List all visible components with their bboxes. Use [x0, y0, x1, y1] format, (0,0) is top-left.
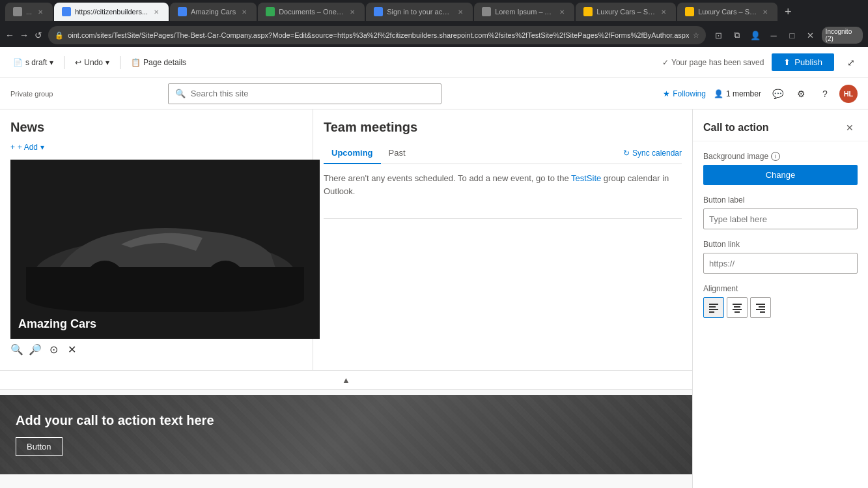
tab-upcoming[interactable]: Upcoming: [324, 143, 381, 164]
members-icon: 👤: [714, 89, 723, 98]
news-column: News + + Add ▾: [0, 109, 313, 370]
sp-header-icons: 💬 ⚙ ? HL: [769, 85, 858, 103]
forward-button[interactable]: →: [20, 27, 29, 43]
panel-close-button[interactable]: ✕: [842, 120, 858, 136]
tab-4-close[interactable]: ✕: [348, 7, 357, 16]
undo-button[interactable]: ↩ Undo ▾: [70, 55, 115, 70]
account-icon[interactable]: 👤: [748, 27, 763, 43]
following-button[interactable]: ★ Following: [663, 89, 706, 98]
tab-2-close[interactable]: ✕: [152, 7, 161, 16]
toolbar-divider-2: [120, 56, 120, 69]
tab-6-close[interactable]: ✕: [557, 7, 567, 16]
button-label-input[interactable]: [703, 208, 858, 229]
svg-point-4: [206, 261, 245, 300]
tab-5[interactable]: Sign in to your accou... ✕: [366, 3, 473, 21]
tab-4-favicon: [266, 7, 275, 16]
svg-rect-12: [734, 306, 740, 308]
tab-8-label: Luxury Cars – Sedans...: [698, 8, 757, 16]
extensions-icon[interactable]: ⧉: [730, 27, 744, 43]
testsite-link[interactable]: TestSite: [571, 173, 601, 183]
star-icon: ☆: [693, 31, 699, 40]
fullscreen-button[interactable]: ⤢: [842, 53, 860, 72]
tab-8-close[interactable]: ✕: [761, 7, 770, 16]
maximize-icon[interactable]: □: [785, 27, 799, 43]
tab-3-close[interactable]: ✕: [240, 7, 249, 16]
tab-6[interactable]: Lorem Ipsum – All the... ✕: [474, 3, 574, 21]
svg-rect-10: [709, 311, 714, 313]
undo-chevron: ▾: [105, 58, 109, 67]
reload-button[interactable]: ↺: [34, 27, 43, 43]
button-link-section: Button link: [703, 240, 858, 274]
profile-icon[interactable]: HL: [839, 85, 858, 103]
tab-5-label: Sign in to your accou...: [387, 8, 452, 16]
zoom-in-button[interactable]: 🔎: [29, 343, 42, 356]
sync-icon: ↻: [623, 149, 630, 158]
cta-button[interactable]: Button: [16, 437, 63, 456]
close-window-icon[interactable]: ✕: [803, 27, 817, 43]
tab-1[interactable]: ... ✕: [5, 3, 53, 21]
zoom-out-button[interactable]: 🔍: [10, 343, 23, 356]
minimize-icon[interactable]: ─: [766, 27, 781, 43]
tab-1-close[interactable]: ✕: [36, 7, 45, 16]
tab-3[interactable]: Amazing Cars ✕: [170, 3, 257, 21]
cta-bg-pattern: [0, 395, 692, 474]
publish-button[interactable]: ⬆ Publish: [772, 53, 834, 71]
cast-icon[interactable]: ⊡: [711, 27, 725, 43]
tab-2[interactable]: https://citizenbuilders... ✕: [54, 3, 169, 21]
alignment-section: Alignment: [703, 284, 858, 318]
zoom-fit-button[interactable]: ⊙: [47, 343, 60, 356]
svg-rect-11: [733, 304, 742, 305]
settings-icon[interactable]: ⚙: [792, 85, 811, 103]
car-svg: [10, 160, 320, 339]
add-news-button[interactable]: + + Add ▾: [10, 143, 302, 152]
tab-3-favicon: [178, 7, 187, 16]
svg-point-2: [85, 261, 124, 300]
tab-7-close[interactable]: ✕: [659, 7, 668, 16]
tab-past[interactable]: Past: [381, 143, 413, 164]
tab-4-label: Documents – OneDri...: [279, 8, 344, 16]
tab-7[interactable]: Luxury Cars – Sedans... ✕: [576, 3, 676, 21]
align-center-icon: [732, 302, 742, 313]
tab-4[interactable]: Documents – OneDri... ✕: [258, 3, 365, 21]
new-tab-button[interactable]: +: [779, 3, 797, 21]
info-icon[interactable]: i: [771, 152, 780, 161]
tab-8[interactable]: Luxury Cars – Sedans... ✕: [677, 3, 777, 21]
button-link-label-text: Button link: [703, 240, 740, 249]
browser-icons: ⊡ ⧉ 👤 ─ □ ✕ Incognito (2): [711, 27, 863, 44]
chat-icon[interactable]: 💬: [769, 85, 787, 103]
sp-toolbar-right: ✓ Your page has been saved ⬆ Publish ⤢: [662, 53, 860, 72]
change-bg-button[interactable]: Change: [703, 165, 858, 185]
align-right-button[interactable]: [750, 297, 771, 318]
tab-bar: ... ✕ https://citizenbuilders... ✕ Amazi…: [0, 0, 868, 23]
meetings-title: Team meetings: [324, 120, 682, 135]
saved-message: ✓ Your page has been saved: [662, 58, 764, 67]
meetings-divider: [324, 218, 682, 219]
bg-image-section: Background image i Change: [703, 152, 858, 185]
scroll-up-button[interactable]: ▲: [340, 373, 353, 386]
address-bar[interactable]: 🔒 oint.com/sites/TestSite/SitePages/The-…: [48, 26, 706, 44]
bg-image-label-text: Background image: [703, 152, 768, 161]
panel-body: Background image i Change Button label B…: [693, 141, 868, 328]
zoom-close-button[interactable]: ✕: [65, 343, 78, 356]
help-icon[interactable]: ?: [816, 85, 834, 103]
page-details-button[interactable]: 📋 Page details: [126, 55, 191, 70]
scroll-indicator: ▲: [0, 371, 692, 390]
draft-chevron: ▾: [49, 58, 53, 67]
tab-5-close[interactable]: ✕: [456, 7, 465, 16]
align-left-button[interactable]: [703, 297, 724, 318]
undo-icon: ↩: [75, 58, 81, 67]
alignment-section-label: Alignment: [703, 284, 858, 293]
content-row: News + + Add ▾: [0, 109, 692, 371]
sync-label: Sync calendar: [632, 149, 682, 158]
search-input[interactable]: [191, 89, 434, 98]
tab-7-favicon: [583, 7, 593, 16]
search-bar[interactable]: 🔍: [168, 83, 441, 104]
draft-button[interactable]: 📄 s draft ▾: [8, 55, 59, 70]
back-button[interactable]: ←: [5, 27, 14, 43]
panel-header: Call to action ✕: [693, 109, 868, 141]
sync-calendar-button[interactable]: ↻ Sync calendar: [623, 149, 682, 158]
align-center-button[interactable]: [727, 297, 748, 318]
members-info: 👤 1 member: [714, 89, 761, 98]
button-link-input[interactable]: [703, 253, 858, 274]
right-panel: Call to action ✕ Background image i Chan…: [692, 109, 868, 488]
